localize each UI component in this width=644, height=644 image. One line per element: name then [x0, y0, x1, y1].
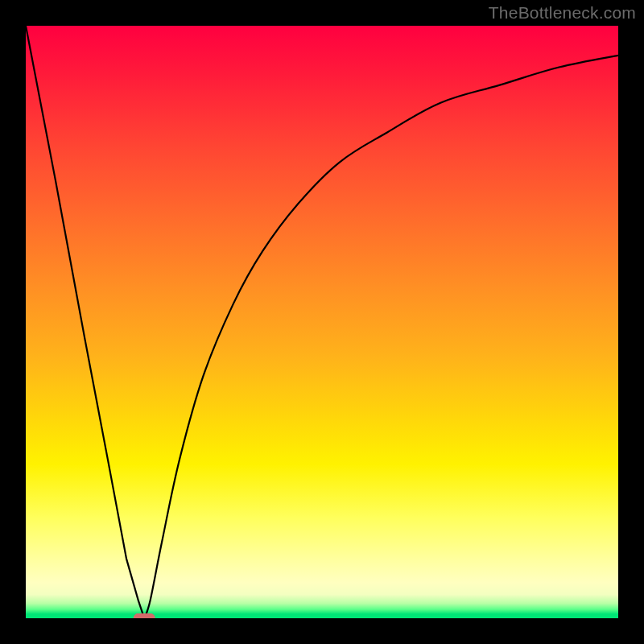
- bottleneck-curve: [26, 26, 618, 618]
- optimum-marker: [134, 614, 155, 619]
- plot-area: [26, 26, 618, 618]
- plot-svg: [26, 26, 618, 618]
- watermark-text: TheBottleneck.com: [489, 3, 636, 23]
- chart-frame: TheBottleneck.com: [0, 0, 644, 644]
